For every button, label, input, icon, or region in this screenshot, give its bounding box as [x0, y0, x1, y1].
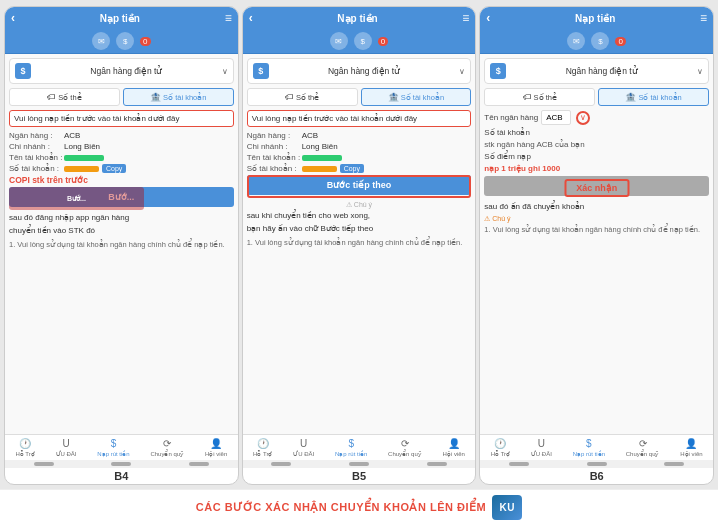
nav-member-b6[interactable]: 👤 Hội viên	[680, 438, 702, 457]
step-label-b5: B5	[243, 468, 476, 484]
nav-back-b4[interactable]	[34, 462, 54, 466]
email-icon-b4: ✉	[92, 32, 110, 50]
next-btn-b5[interactable]: Bước tiếp theo	[247, 175, 472, 195]
phone-b5-content: $ Ngân hàng điện tử ∨ 🏷 Số thẻ 🏦 Số tài …	[243, 54, 476, 434]
tab-account-b4[interactable]: 🏦 Số tài khoản	[123, 88, 234, 106]
alert-box-b4: Vui lòng nạp tiền trước vào tài khoản dư…	[9, 110, 234, 127]
instruction1-b5: sau khi chuyển tiền cho web xong,	[247, 211, 472, 221]
back-arrow-b5[interactable]: ‹	[249, 11, 253, 25]
bank-icon-b4: 🏦	[150, 92, 161, 102]
nav-transfer-b4[interactable]: ⟳ Chuyển quỹ	[150, 438, 184, 457]
tabs-b6: 🏷 Số thẻ 🏦 Số tài khoản	[484, 88, 709, 106]
chu-y-b5: ⚠ Chú ý	[247, 201, 472, 209]
nav-member-b4[interactable]: 👤 Hội viên	[205, 438, 227, 457]
confirm-btn-b6[interactable]	[484, 176, 709, 196]
phone-b4: ‹ Nạp tiền ≡ ✉ $ 0 $ Ngân hàng điện tử ∨	[4, 6, 239, 485]
tab-card-b4[interactable]: 🏷 Số thẻ	[9, 88, 120, 106]
title-b5: Nạp tiền	[337, 13, 377, 24]
nav-home-b4[interactable]	[111, 462, 131, 466]
bottom-note-b4: 1. Vui lòng sử dụng tài khoản ngân hàng …	[9, 240, 234, 250]
tab-account-b6[interactable]: 🏦 Số tài khoản	[598, 88, 709, 106]
bank-label-b6: Ngân hàng điện tử	[566, 66, 638, 76]
bank-label-b5: Ngân hàng điện tử	[328, 66, 400, 76]
overlay-text-b4: Bướ...	[67, 195, 86, 203]
copy-button-b5[interactable]: Copy	[340, 164, 364, 173]
bank-row-b5: Ngân hàng : ACB	[247, 131, 472, 140]
card-icon-b4: 🏷	[47, 92, 56, 102]
account-note-b6: stk ngân hàng ACB của bạn	[484, 140, 709, 149]
acct-num-row-b5: Số tài khoản : Copy	[247, 164, 472, 173]
phone-b5-header: ‹ Nạp tiền ≡	[243, 7, 476, 29]
dropdown-arrow-b6[interactable]: ∨	[576, 111, 590, 125]
nav-support-b5[interactable]: 🕐 Hỗ Trợ	[253, 438, 272, 457]
bank-name-row-b6: Tên ngân hàng ACB ∨	[484, 110, 709, 125]
branch-row-b5: Chi nhánh : Long Biên	[247, 142, 472, 151]
ku-logo: KU	[492, 495, 522, 520]
acct-name-row-b5: Tên tài khoản :	[247, 153, 472, 162]
dollar-icon-b5: $	[354, 32, 372, 50]
bank-section-b6[interactable]: $ Ngân hàng điện tử ∨	[484, 58, 709, 84]
copy-button-b4[interactable]: Copy	[102, 164, 126, 173]
nav-promo-b4[interactable]: U ƯU ĐÃI	[56, 438, 77, 457]
bank-label-b4: Ngân hàng điện tử	[90, 66, 162, 76]
tab-card-b5[interactable]: 🏷 Số thẻ	[247, 88, 358, 106]
phone-b4-content: $ Ngân hàng điện tử ∨ 🏷 Số thẻ 🏦 Số tài …	[5, 54, 238, 434]
menu-icon-b6[interactable]: ≡	[700, 11, 707, 25]
tab-account-label-b4: Số tài khoản	[163, 93, 206, 102]
card-icon-b5: 🏷	[285, 92, 294, 102]
menu-icon-b5[interactable]: ≡	[462, 11, 469, 25]
nav-recharge-b4[interactable]: $ Nạp rút tiền	[97, 438, 129, 457]
email-icon-b6: ✉	[567, 32, 585, 50]
btn-container-b6: Xác nhận	[484, 176, 709, 199]
bottom-nav-b6: 🕐 Hỗ Trợ U ƯU ĐÃI $ Nạp rút tiền ⟳ Chuyể…	[480, 434, 713, 460]
branch-row-label-b4: Chi nhánh :	[9, 142, 64, 151]
step-label-b6: B6	[480, 468, 713, 484]
bank-section-b5[interactable]: $ Ngân hàng điện tử ∨	[247, 58, 472, 84]
dollar-icon-b6: $	[591, 32, 609, 50]
points-label-b6: Số điểm nạp	[484, 152, 534, 161]
alert-text-b4: Vui lòng nạp tiền trước vào tài khoản dư…	[14, 114, 179, 123]
main-container: ‹ Nạp tiền ≡ ✉ $ 0 $ Ngân hàng điện tử ∨	[0, 0, 718, 525]
back-arrow-b6[interactable]: ‹	[486, 11, 490, 25]
phone-b6-content: $ Ngân hàng điện tử ∨ 🏷 Số thẻ 🏦 Số tài …	[480, 54, 713, 434]
dollar-icon-bank-b6: $	[490, 63, 506, 79]
bank-name-label-b6: Tên ngân hàng	[484, 113, 538, 122]
menu-icon-b4[interactable]: ≡	[225, 11, 232, 25]
nav-transfer-b5[interactable]: ⟳ Chuyển quỹ	[388, 438, 422, 457]
points-row-b6: Số điểm nạp	[484, 152, 709, 161]
btn-container-b4: Bướ... Bướ...	[9, 187, 234, 210]
nav-promo-b5[interactable]: U ƯU ĐÃI	[293, 438, 314, 457]
nav-support-b6[interactable]: 🕐 Hỗ Trợ	[491, 438, 510, 457]
nav-transfer-b6[interactable]: ⟳ Chuyển quỹ	[626, 438, 660, 457]
nav-bar-b4	[5, 460, 238, 468]
bottom-note-b6: 1. Vui lòng sử dụng tài khoản ngân hàng …	[484, 225, 709, 235]
bottom-caption: CÁC BƯỚC XÁC NHẬN CHUYỂN KHOẢN LÊN ĐIỂM …	[0, 489, 718, 525]
acct-num-row-b4: Số tài khoản : Copy	[9, 164, 234, 173]
nav-support-b4[interactable]: 🕐 Hỗ Trợ	[15, 438, 34, 457]
acct-name-label-b4: Tên tài khoản :	[9, 153, 64, 162]
tab-account-b5[interactable]: 🏦 Số tài khoản	[361, 88, 472, 106]
bank-icon-b5: 🏦	[388, 92, 399, 102]
nav-member-b5[interactable]: 👤 Hội viên	[443, 438, 465, 457]
nav-recharge-b6[interactable]: $ Nạp rút tiền	[573, 438, 605, 457]
phone-b4-header: ‹ Nạp tiền ≡	[5, 7, 238, 29]
nav-promo-b6[interactable]: U ƯU ĐÃI	[531, 438, 552, 457]
phones-row: ‹ Nạp tiền ≡ ✉ $ 0 $ Ngân hàng điện tử ∨	[0, 0, 718, 489]
tab-card-b6[interactable]: 🏷 Số thẻ	[484, 88, 595, 106]
nav-recharge-b5[interactable]: $ Nạp rút tiền	[335, 438, 367, 457]
phone-b6: ‹ Nạp tiền ≡ ✉ $ 0 $ Ngân hàng điện tử ∨…	[479, 6, 714, 485]
account-row-b6: Số tài khoản	[484, 128, 709, 137]
nav-recent-b4[interactable]	[189, 462, 209, 466]
chevron-b5: ∨	[459, 67, 465, 76]
bottom-nav-b5: 🕐 Hỗ Trợ U ƯU ĐÃI $ Nạp rút tiền ⟳ Chuyể…	[243, 434, 476, 460]
tab-card-label-b4: Số thẻ	[58, 93, 81, 102]
bank-section-b4[interactable]: $ Ngân hàng điện tử ∨	[9, 58, 234, 84]
dollar-icon-b4: $	[116, 32, 134, 50]
tabs-b4: 🏷 Số thẻ 🏦 Số tài khoản	[9, 88, 234, 106]
alert-box-b5: Vui lòng nạp tiền trước vào tài khoản dư…	[247, 110, 472, 127]
alert-text-b5: Vui lòng nạp tiền trước vào tài khoản dư…	[252, 114, 417, 123]
acct-num-value-b4	[64, 166, 99, 172]
instruction1-b6: sau đó ấn đã chuyển khoản	[484, 202, 709, 212]
back-arrow-b4[interactable]: ‹	[11, 11, 15, 25]
btn-container-b5: Bước tiếp theo	[247, 175, 472, 198]
